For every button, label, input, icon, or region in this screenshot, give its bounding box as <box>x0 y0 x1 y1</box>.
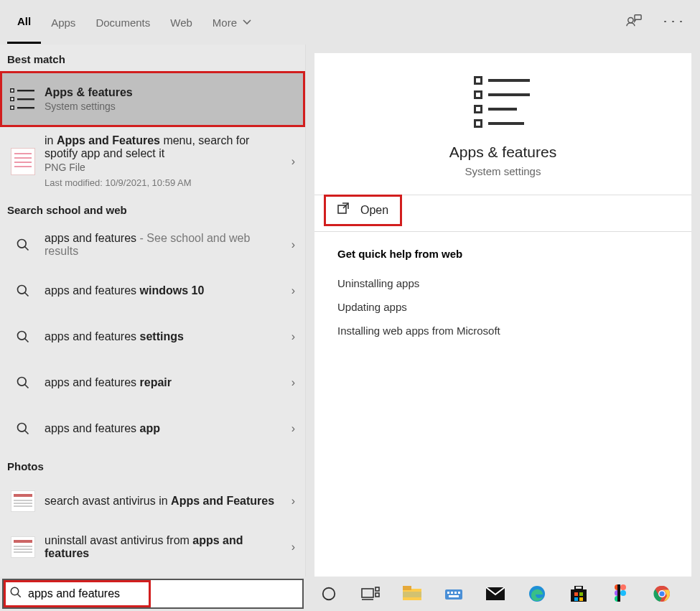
chevron-right-icon: › <box>291 376 295 389</box>
tab-documents[interactable]: Documents <box>85 2 160 43</box>
search-icon <box>7 367 39 398</box>
svg-point-13 <box>18 286 27 294</box>
svg-rect-29 <box>476 78 480 83</box>
svg-rect-3 <box>17 90 34 91</box>
photo-result-1[interactable]: uninstall avast antivirus from apps and … <box>0 524 305 570</box>
svg-rect-43 <box>403 592 421 597</box>
section-school-web: Search school and web <box>0 195 305 222</box>
svg-point-17 <box>18 378 27 386</box>
web-result-4-title: apps and features app <box>45 422 278 435</box>
open-action[interactable]: Open <box>325 195 401 225</box>
svg-rect-1 <box>635 15 641 19</box>
web-result-4[interactable]: apps and features app › <box>0 406 305 452</box>
svg-rect-38 <box>375 587 379 591</box>
file-explorer-icon[interactable] <box>402 584 422 604</box>
png-thumbnail-icon <box>7 146 39 177</box>
svg-line-20 <box>25 431 29 434</box>
photo-result-1-title: uninstall avast antivirus from apps and … <box>45 534 278 560</box>
svg-rect-9 <box>11 98 14 101</box>
detail-title: Apps & features <box>322 144 684 161</box>
quick-help-link-1[interactable]: Updating apps <box>337 295 668 319</box>
tab-apps[interactable]: Apps <box>41 2 85 43</box>
photo-result-0[interactable]: search avast antivirus in Apps and Featu… <box>0 478 305 524</box>
chevron-right-icon: › <box>291 284 295 297</box>
chevron-right-icon: › <box>291 155 295 168</box>
search-input[interactable] <box>28 587 172 600</box>
svg-point-59 <box>620 584 626 590</box>
search-icon <box>7 275 39 307</box>
tab-more[interactable]: More <box>202 2 261 43</box>
quick-help-link-2[interactable]: Installing web apps from Microsoft <box>337 319 668 342</box>
onscreen-keyboard-icon[interactable] <box>444 584 464 604</box>
chevron-down-icon <box>243 17 251 29</box>
web-result-2-title: apps and features settings <box>45 330 278 343</box>
search-filter-tabs: All Apps Documents Web More ･･･ <box>0 0 700 45</box>
detail-panel: Apps & features System settings Open Get… <box>306 45 700 577</box>
svg-rect-47 <box>454 592 457 594</box>
svg-rect-57 <box>579 597 583 601</box>
open-icon <box>337 202 350 218</box>
file-result[interactable]: in Apps and Features menu, search for sp… <box>0 127 305 195</box>
svg-rect-32 <box>476 121 480 126</box>
svg-rect-52 <box>571 589 587 602</box>
chrome-icon[interactable] <box>652 584 672 604</box>
tab-all[interactable]: All <box>7 1 41 44</box>
chevron-right-icon: › <box>291 330 295 343</box>
svg-rect-30 <box>476 93 480 97</box>
svg-point-66 <box>659 591 664 596</box>
svg-line-35 <box>17 594 21 597</box>
svg-point-61 <box>620 590 626 596</box>
search-icon <box>7 413 39 444</box>
svg-point-36 <box>323 588 335 600</box>
task-view-icon[interactable] <box>360 584 381 604</box>
search-icon <box>7 229 39 261</box>
tab-web[interactable]: Web <box>160 2 202 43</box>
cortana-icon[interactable] <box>319 584 339 604</box>
apps-features-large-icon <box>474 75 533 131</box>
section-best-match: Best match <box>0 45 305 71</box>
svg-line-18 <box>25 385 29 388</box>
svg-rect-31 <box>476 107 480 111</box>
photo-thumbnail-icon <box>7 485 39 517</box>
svg-rect-53 <box>575 586 582 589</box>
svg-rect-7 <box>17 107 34 108</box>
microsoft-store-icon[interactable] <box>569 584 589 604</box>
best-match-result[interactable]: Apps & features System settings <box>0 71 305 127</box>
open-label: Open <box>360 204 388 217</box>
search-icon <box>9 586 22 602</box>
svg-point-0 <box>628 17 633 22</box>
photo-thumbnail-icon <box>7 531 39 563</box>
figma-icon[interactable] <box>610 584 630 604</box>
svg-line-14 <box>25 293 29 297</box>
edge-icon[interactable] <box>527 584 547 604</box>
feedback-icon[interactable] <box>626 13 642 32</box>
chevron-right-icon: › <box>291 238 295 251</box>
tab-more-label: More <box>213 17 237 29</box>
more-options-icon[interactable]: ･･･ <box>662 15 686 30</box>
svg-rect-28 <box>488 122 524 125</box>
best-match-subtitle: System settings <box>45 101 278 112</box>
quick-help-link-0[interactable]: Uninstalling apps <box>337 271 668 295</box>
svg-rect-54 <box>574 592 578 596</box>
web-result-3[interactable]: apps and features repair › <box>0 360 305 406</box>
svg-line-16 <box>25 339 29 342</box>
search-icon <box>7 321 39 353</box>
web-result-0[interactable]: apps and features - See school and web r… <box>0 222 305 268</box>
web-result-2[interactable]: apps and features settings › <box>0 314 305 360</box>
svg-rect-49 <box>449 595 459 597</box>
search-results-panel: Best match <box>0 45 306 577</box>
svg-rect-63 <box>617 584 620 602</box>
taskbar-search[interactable] <box>2 579 304 609</box>
svg-rect-56 <box>574 597 578 601</box>
web-result-1-title: apps and features windows 10 <box>45 284 278 297</box>
svg-rect-55 <box>579 592 583 596</box>
svg-point-19 <box>18 424 27 432</box>
chevron-right-icon: › <box>291 541 295 554</box>
mail-icon[interactable] <box>485 584 505 604</box>
file-result-modified: Last modified: 10/9/2021, 10:59 AM <box>45 177 278 188</box>
apps-features-icon <box>7 83 39 115</box>
svg-rect-48 <box>458 592 460 594</box>
web-result-1[interactable]: apps and features windows 10 › <box>0 268 305 314</box>
svg-line-12 <box>25 247 29 251</box>
svg-rect-44 <box>445 589 462 600</box>
